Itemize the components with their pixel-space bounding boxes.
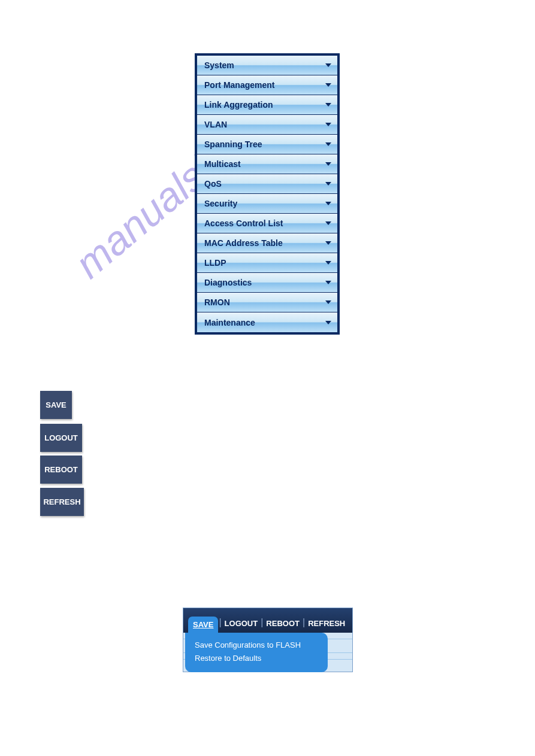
- refresh-button[interactable]: REFRESH: [40, 488, 84, 516]
- nav-item-label: Multicast: [204, 159, 241, 169]
- chevron-down-icon: [325, 281, 331, 284]
- toolbar-panel: SAVE | LOGOUT | REBOOT | REFRESH Save Co…: [183, 608, 353, 672]
- chevron-down-icon: [325, 300, 331, 304]
- nav-item-diagnostics[interactable]: Diagnostics: [197, 273, 337, 293]
- dropdown-item-save-flash[interactable]: Save Configurations to FLASH: [195, 639, 319, 652]
- nav-item-label: RMON: [204, 297, 230, 307]
- reboot-button[interactable]: REBOOT: [40, 456, 82, 484]
- chevron-down-icon: [325, 162, 331, 166]
- nav-item-label: MAC Address Table: [204, 238, 283, 248]
- nav-item-maintenance[interactable]: Maintenance: [197, 312, 337, 332]
- nav-item-label: Access Control List: [204, 218, 283, 228]
- nav-item-label: System: [204, 60, 234, 70]
- toolbar-tabs: SAVE | LOGOUT | REBOOT | REFRESH: [183, 608, 352, 633]
- dropdown-item-restore-defaults[interactable]: Restore to Defaults: [195, 652, 319, 665]
- nav-item-mac-address-table[interactable]: MAC Address Table: [197, 233, 337, 253]
- logout-button[interactable]: LOGOUT: [40, 424, 82, 452]
- save-dropdown-panel: Save Configurations to FLASH Restore to …: [185, 633, 328, 672]
- nav-item-label: VLAN: [204, 120, 227, 129]
- nav-item-multicast[interactable]: Multicast: [197, 154, 337, 174]
- tab-logout[interactable]: LOGOUT: [222, 619, 261, 633]
- chevron-down-icon: [325, 321, 331, 324]
- nav-item-rmon[interactable]: RMON: [197, 293, 337, 312]
- tab-refresh[interactable]: REFRESH: [306, 619, 347, 633]
- nav-item-label: Spanning Tree: [204, 139, 262, 149]
- nav-item-access-control-list[interactable]: Access Control List: [197, 214, 337, 233]
- chevron-down-icon: [325, 182, 331, 186]
- nav-item-label: Maintenance: [204, 318, 255, 327]
- nav-item-label: Security: [204, 199, 237, 208]
- nav-item-qos[interactable]: QoS: [197, 174, 337, 194]
- nav-menu: System Port Management Link Aggregation …: [195, 53, 340, 335]
- nav-item-vlan[interactable]: VLAN: [197, 115, 337, 135]
- nav-item-system[interactable]: System: [197, 56, 337, 75]
- chevron-down-icon: [325, 123, 331, 126]
- nav-item-label: Link Aggregation: [204, 100, 273, 110]
- chevron-down-icon: [325, 103, 331, 107]
- nav-item-link-aggregation[interactable]: Link Aggregation: [197, 95, 337, 115]
- nav-item-security[interactable]: Security: [197, 194, 337, 214]
- nav-item-port-management[interactable]: Port Management: [197, 75, 337, 95]
- chevron-down-icon: [325, 142, 331, 146]
- nav-item-label: LLDP: [204, 258, 226, 268]
- nav-item-label: Port Management: [204, 80, 274, 90]
- chevron-down-icon: [325, 221, 331, 225]
- nav-item-label: Diagnostics: [204, 278, 252, 287]
- nav-item-lldp[interactable]: LLDP: [197, 253, 337, 273]
- chevron-down-icon: [325, 261, 331, 265]
- tab-reboot[interactable]: REBOOT: [264, 619, 302, 633]
- chevron-down-icon: [325, 63, 331, 67]
- chevron-down-icon: [325, 83, 331, 87]
- nav-item-spanning-tree[interactable]: Spanning Tree: [197, 135, 337, 154]
- chevron-down-icon: [325, 241, 331, 245]
- tab-save[interactable]: SAVE: [188, 617, 218, 633]
- nav-item-label: QoS: [204, 179, 222, 189]
- save-button[interactable]: SAVE: [40, 391, 72, 419]
- chevron-down-icon: [325, 202, 331, 205]
